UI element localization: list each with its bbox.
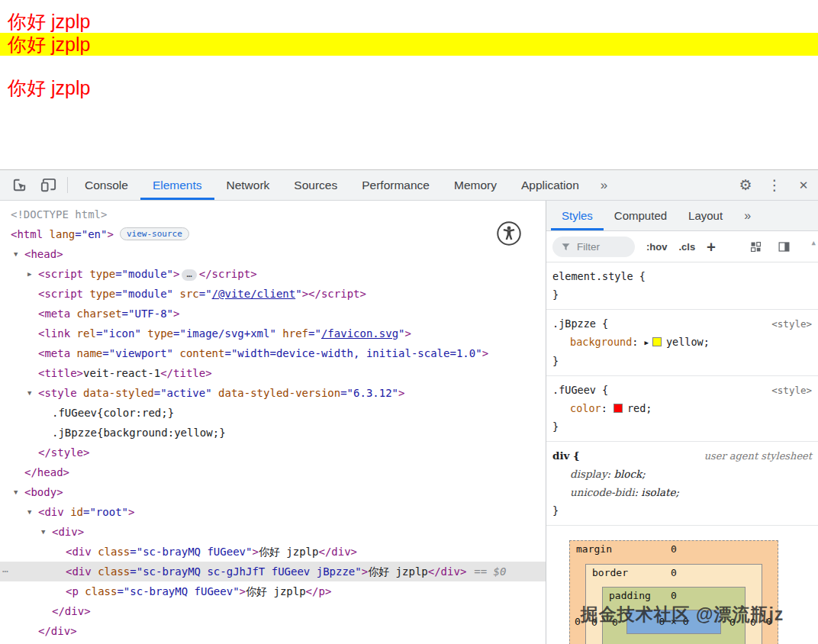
border-top-value[interactable]: 0: [671, 567, 677, 578]
resource-link[interactable]: /@vite/client: [212, 288, 296, 300]
property-name[interactable]: color: [570, 402, 601, 414]
code-token: ": [295, 288, 301, 300]
expand-arrow-open[interactable]: ▼: [14, 482, 24, 502]
dom-tree-row[interactable]: ▼<div>: [0, 522, 546, 542]
inspect-element-icon[interactable]: [5, 170, 34, 200]
tab-performance[interactable]: Performance: [349, 170, 442, 200]
rule-source-link[interactable]: user agent stylesheet: [704, 447, 812, 465]
tab-console[interactable]: Console: [72, 170, 140, 200]
property-semicolon: ;: [676, 486, 680, 498]
property-value[interactable]: isolate: [641, 486, 675, 498]
settings-gear-icon[interactable]: ⚙: [731, 170, 760, 200]
dom-tree-row[interactable]: <div class="sc-brayMQ fUGeev">你好 jzplp</…: [0, 542, 546, 562]
color-swatch[interactable]: [652, 337, 662, 346]
scrollbar-up-arrow[interactable]: ▲: [812, 239, 816, 246]
dom-tree-row[interactable]: .jBpzze{background:yellow;}: [0, 423, 546, 443]
css-property[interactable]: background: ▶yellow;: [546, 333, 818, 352]
accessibility-icon[interactable]: [496, 221, 522, 246]
rule-source-link[interactable]: <style>: [771, 315, 812, 333]
dom-tree-row[interactable]: ▶<script type="module">…</script>: [0, 264, 546, 284]
dom-tree-row[interactable]: .fUGeev{color:red;}: [0, 403, 546, 423]
css-property[interactable]: unicode-bidi: isolate;: [546, 483, 818, 501]
rule-selector[interactable]: .fUGeev: [552, 384, 596, 396]
rule-selector[interactable]: element.style: [552, 270, 633, 282]
tab-sources[interactable]: Sources: [282, 170, 349, 200]
tab-application[interactable]: Application: [509, 170, 591, 200]
tab-network[interactable]: Network: [214, 170, 282, 200]
rendering-emulations-icon[interactable]: [749, 240, 762, 253]
dom-tree-row[interactable]: </div>: [0, 621, 546, 641]
property-value[interactable]: red: [627, 402, 646, 414]
resource-link[interactable]: /favicon.svg: [321, 327, 398, 340]
dom-tree-row[interactable]: <link rel="icon" type="image/svg+xml" hr…: [0, 324, 546, 343]
selected-node-marker: == $0: [474, 565, 506, 578]
toggle-element-state-button[interactable]: :hov: [646, 241, 667, 253]
code-token: .jBpzze{background:yellow;}: [52, 427, 226, 439]
new-style-rule-button[interactable]: +: [707, 240, 715, 254]
dom-tree: <!DOCTYPE html><html lang="en">view-sour…: [0, 204, 546, 641]
dom-tree-row[interactable]: ▼<style data-styled="active" data-styled…: [0, 383, 546, 403]
dom-tree-row[interactable]: </head>: [0, 462, 546, 482]
dom-tree-row[interactable]: <meta charset="UTF-8">: [0, 304, 546, 324]
computed-sidebar-toggle-icon[interactable]: [778, 240, 791, 253]
expand-arrow-open[interactable]: ▼: [27, 502, 38, 522]
main-tabs: ConsoleElementsNetworkSourcesPerformance…: [72, 170, 591, 200]
css-property[interactable]: display: block;: [546, 465, 818, 483]
longhand-expand-arrow[interactable]: ▶: [645, 339, 649, 346]
dom-tree-row[interactable]: ▼<body>: [0, 482, 546, 502]
dom-tree-row[interactable]: </style>: [0, 443, 546, 462]
sidebar-tab-computed[interactable]: Computed: [604, 201, 678, 230]
dom-tree-row[interactable]: <title>veit-react-1</title>: [0, 363, 546, 383]
styles-filter-input[interactable]: Filter: [552, 237, 635, 257]
more-panels-button[interactable]: »: [591, 170, 617, 200]
dom-tree-row[interactable]: ▼<div id="root">: [0, 502, 546, 522]
padding-top-value[interactable]: 0: [671, 590, 677, 601]
rule-selector[interactable]: .jBpzze: [552, 317, 596, 330]
code-token: ="UTF-8": [122, 308, 173, 320]
rule-source-link[interactable]: <style>: [771, 382, 812, 400]
code-token: ="6.3.12": [340, 387, 398, 399]
code-token: type: [83, 288, 115, 300]
expand-arrow-open[interactable]: ▼: [27, 383, 38, 403]
view-source-badge[interactable]: view-source: [120, 227, 189, 240]
styles-sidebar: StylesComputedLayout » Filter :hov .cls …: [546, 201, 818, 644]
expand-arrow-open[interactable]: ▼: [41, 522, 52, 542]
sidebar-more-tabs-button[interactable]: »: [738, 201, 757, 230]
close-devtools-icon[interactable]: ✕: [789, 170, 818, 200]
dom-tree-row[interactable]: <!DOCTYPE html>: [0, 204, 546, 224]
tab-memory[interactable]: Memory: [442, 170, 509, 200]
rule-selector[interactable]: div: [552, 449, 569, 462]
property-semicolon: ;: [646, 402, 652, 414]
dom-tree-row[interactable]: <p class="sc-brayMQ fUGeev">你好 jzplp</p>: [0, 581, 546, 601]
property-name[interactable]: display: [570, 468, 607, 480]
dom-tree-row[interactable]: <html lang="en">view-source: [0, 224, 546, 244]
rule-header: .fUGeev {<style>: [546, 381, 818, 399]
code-token: <meta: [38, 308, 70, 320]
css-property[interactable]: color: red;: [546, 399, 818, 417]
element-classes-button[interactable]: .cls: [678, 241, 695, 253]
property-name[interactable]: background: [570, 336, 632, 348]
toolbar-separator: [67, 177, 68, 193]
sidebar-tab-layout[interactable]: Layout: [678, 201, 733, 230]
expand-arrow-open[interactable]: ▼: [14, 244, 24, 264]
box-model-margin[interactable]: margin 0 0 0 0 border 0 0 0 0 padding 0: [569, 540, 778, 644]
tab-elements[interactable]: Elements: [140, 170, 214, 200]
dom-tree-row[interactable]: </div>: [0, 601, 546, 621]
property-value[interactable]: yellow: [666, 336, 704, 348]
dom-tree-row[interactable]: ▼<head>: [0, 244, 546, 264]
sidebar-tab-styles[interactable]: Styles: [551, 201, 604, 230]
expand-arrow-closed[interactable]: ▶: [27, 264, 38, 284]
dom-tree-row[interactable]: <meta name="viewport" content="width=dev…: [0, 343, 546, 363]
property-value[interactable]: block: [614, 468, 642, 480]
margin-top-value[interactable]: 0: [671, 543, 677, 555]
active-row-dots[interactable]: ⋯: [2, 562, 8, 581]
property-name[interactable]: unicode-bidi: [570, 486, 635, 498]
kebab-menu-icon[interactable]: ⋮: [760, 170, 789, 200]
device-toolbar-icon[interactable]: [34, 170, 63, 200]
element: [507, 227, 511, 230]
color-swatch[interactable]: [614, 404, 623, 413]
dom-tree-row[interactable]: <script type="module" src="/@vite/client…: [0, 284, 546, 304]
inline-content-ellipsis[interactable]: …: [182, 269, 196, 281]
dom-tree-row[interactable]: ⋯<div class="sc-brayMQ sc-gJhJfT fUGeev …: [0, 562, 546, 581]
code-token: ": [398, 327, 404, 340]
